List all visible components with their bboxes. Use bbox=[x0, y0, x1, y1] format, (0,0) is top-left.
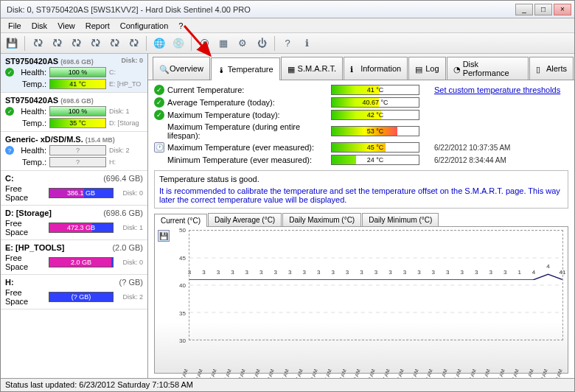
subtab-daily-min[interactable]: Daily Minimum (°C) bbox=[362, 213, 439, 226]
menu-help[interactable]: ? bbox=[174, 20, 187, 32]
disk-entry[interactable]: ST9750420AS (698.6 GB)Disk: 0✓Health:100… bbox=[1, 54, 147, 93]
titlebar[interactable]: Disk: 0, ST9750420AS [5WS1KVV2] - Hard D… bbox=[1, 1, 574, 18]
tab-log[interactable]: ▤Log bbox=[408, 57, 445, 80]
close-button[interactable]: × bbox=[554, 4, 571, 15]
refresh-icon: 🗘 bbox=[33, 38, 43, 49]
power-icon: ⏻ bbox=[257, 38, 267, 49]
temp-label: Maximum Temperature (ever measured): bbox=[167, 143, 331, 152]
window-title: Disk: 0, ST9750420AS [5WS1KVV2] - Hard D… bbox=[4, 5, 515, 14]
r5-icon: 🗘 bbox=[110, 38, 119, 49]
menu-file[interactable]: File bbox=[4, 20, 26, 32]
toolbar: 💾🗘🗘🗘🗘🗘🗘🌐💿⦿▦⚙⏻?ℹ bbox=[1, 33, 574, 54]
temp-bar: 40.67 °C bbox=[331, 97, 419, 108]
disk-icon: 💿 bbox=[172, 38, 184, 49]
sidebar[interactable]: ST9750420AS (698.6 GB)Disk: 0✓Health:100… bbox=[1, 54, 148, 378]
tab-smart[interactable]: ▦S.M.A.R.T. bbox=[281, 57, 344, 80]
toolbar-globe-button[interactable]: 🌐 bbox=[151, 35, 167, 52]
toolbar-test-button[interactable]: ⦿ bbox=[196, 35, 212, 52]
temperature-row: Maximum Temperature (during entire lifes… bbox=[154, 122, 568, 140]
info-icon: ℹ bbox=[350, 65, 358, 73]
timestamp: 6/22/2012 10:37:35 AM bbox=[434, 144, 510, 152]
temperature-row: Minimum Temperature (ever measured):24 °… bbox=[154, 155, 568, 165]
temp-bar: 42 °C bbox=[331, 110, 419, 120]
subtab-daily-max[interactable]: Daily Maximum (°C) bbox=[282, 213, 361, 226]
overview-icon: 🔍 bbox=[159, 65, 167, 73]
save-icon: 💾 bbox=[6, 38, 18, 49]
subtab-current[interactable]: Current (°C) bbox=[154, 214, 207, 227]
toolbar-gear-button[interactable]: ⚙ bbox=[234, 35, 251, 52]
ok-icon: ✓ bbox=[154, 85, 164, 95]
volume-entry[interactable]: E: [HP_TOOLS](2.0 GB)Free Space2.0 GBDis… bbox=[1, 240, 147, 275]
tab-body-temperature: ✓Current Temperature:41 °CSet custom tem… bbox=[148, 80, 574, 378]
toolbar-info-button[interactable]: ℹ bbox=[299, 35, 315, 52]
temp-bar: 53 °C bbox=[331, 126, 419, 136]
alert-icon: ▯ bbox=[536, 65, 544, 73]
chip-icon: ▦ bbox=[288, 65, 296, 73]
temperature-row: ✓Average Temperature (today):40.67 °C bbox=[154, 97, 568, 108]
set-thresholds-link[interactable]: Set custom temperature thresholds bbox=[434, 85, 560, 94]
temperature-chart: 💾 3035404550 333333333333333333333331444… bbox=[154, 227, 568, 374]
ok-icon: ✓ bbox=[154, 110, 164, 120]
clock-icon: 🕐 bbox=[154, 142, 164, 153]
toolbar-r6-button[interactable]: 🗘 bbox=[125, 35, 142, 52]
tab-overview[interactable]: 🔍Overview bbox=[153, 57, 210, 80]
maximize-button[interactable]: □ bbox=[534, 4, 552, 15]
temperature-row: ✓Current Temperature:41 °CSet custom tem… bbox=[154, 85, 568, 95]
toolbar-disk-button[interactable]: 💿 bbox=[170, 35, 187, 52]
disk-entry[interactable]: Generic- xD/SD/M.S. (15.4 MB)?Health:?Di… bbox=[1, 132, 147, 171]
menu-report[interactable]: Report bbox=[81, 20, 114, 32]
volume-entry[interactable]: D: [Storage](698.6 GB)Free Space472.3 GB… bbox=[1, 206, 147, 240]
temp-label: Maximum Temperature (during entire lifes… bbox=[167, 122, 331, 140]
r4-icon: 🗘 bbox=[91, 38, 100, 49]
panel-icon: ▦ bbox=[219, 38, 228, 49]
temp-label: Minimum Temperature (ever measured): bbox=[167, 155, 331, 164]
menu-view[interactable]: View bbox=[53, 20, 80, 32]
globe-icon: 🌐 bbox=[153, 38, 165, 49]
menu-disk[interactable]: Disk bbox=[27, 20, 52, 32]
main-tabs: 🔍Overview 🌡Temperature ▦S.M.A.R.T. ℹInfo… bbox=[148, 54, 574, 80]
temperature-status-box: Temperature status is good. It is recomm… bbox=[154, 170, 568, 209]
toolbar-r3-button[interactable]: 🗘 bbox=[68, 35, 84, 52]
info-icon: ℹ bbox=[305, 38, 309, 49]
menu-configuration[interactable]: Configuration bbox=[116, 20, 172, 32]
statusbar: Status last updated: 6/23/2012 Saturday … bbox=[1, 378, 574, 391]
main-panel: 🔍Overview 🌡Temperature ▦S.M.A.R.T. ℹInfo… bbox=[148, 54, 574, 378]
chart-subtabs: Current (°C) Daily Average (°C) Daily Ma… bbox=[154, 213, 568, 227]
temperature-recommend-text: It is recommended to calibrate the tempe… bbox=[159, 186, 563, 204]
temperature-status-text: Temperature status is good. bbox=[159, 175, 563, 183]
toolbar-power-button[interactable]: ⏻ bbox=[254, 35, 270, 52]
subtab-daily-avg[interactable]: Daily Average (°C) bbox=[208, 213, 282, 226]
toolbar-save-button[interactable]: 💾 bbox=[4, 35, 20, 52]
toolbar-r2-button[interactable]: 🗘 bbox=[49, 35, 65, 52]
temp-label: Current Temperature: bbox=[167, 85, 331, 94]
tab-information[interactable]: ℹInformation bbox=[344, 57, 408, 80]
minimize-button[interactable]: _ bbox=[515, 4, 533, 15]
toolbar-panel-button[interactable]: ▦ bbox=[215, 35, 231, 52]
help-icon: ? bbox=[285, 38, 290, 49]
log-icon: ▤ bbox=[415, 65, 423, 73]
volume-entry[interactable]: H:(? GB)Free Space(? GB)Disk: 2 bbox=[1, 275, 147, 309]
gauge-icon: ◔ bbox=[453, 65, 461, 73]
toolbar-r5-button[interactable]: 🗘 bbox=[106, 35, 122, 52]
temp-label: Maximum Temperature (today): bbox=[167, 111, 331, 119]
r3-icon: 🗘 bbox=[72, 38, 81, 49]
temperature-row: ✓Maximum Temperature (today):42 °C bbox=[154, 110, 568, 120]
r6-icon: 🗘 bbox=[129, 38, 139, 49]
r2-icon: 🗘 bbox=[52, 38, 62, 49]
toolbar-refresh-button[interactable]: 🗘 bbox=[29, 35, 46, 52]
test-icon: ⦿ bbox=[200, 38, 209, 49]
save-chart-button[interactable]: 💾 bbox=[158, 230, 170, 242]
tab-alerts[interactable]: ▯Alerts bbox=[529, 57, 574, 80]
tab-disk-performance[interactable]: ◔Disk Performance bbox=[447, 57, 529, 80]
disk-entry[interactable]: ST9750420AS (698.6 GB)✓Health:100 %Disk:… bbox=[1, 93, 147, 132]
temp-label: Average Temperature (today): bbox=[167, 98, 331, 107]
status-text: Status last updated: 6/23/2012 Saturday … bbox=[5, 380, 193, 389]
toolbar-help-button[interactable]: ? bbox=[279, 35, 296, 52]
volume-entry[interactable]: C:(696.4 GB)Free Space386.1 GBDisk: 0 bbox=[1, 171, 147, 206]
toolbar-r4-button[interactable]: 🗘 bbox=[87, 35, 103, 52]
temp-bar: 41 °C bbox=[331, 85, 419, 95]
tab-temperature[interactable]: 🌡Temperature bbox=[211, 57, 280, 80]
thermometer-icon: 🌡 bbox=[217, 66, 226, 74]
timestamp: 6/22/2012 8:34:44 AM bbox=[434, 156, 506, 164]
ok-icon: ✓ bbox=[154, 97, 164, 108]
